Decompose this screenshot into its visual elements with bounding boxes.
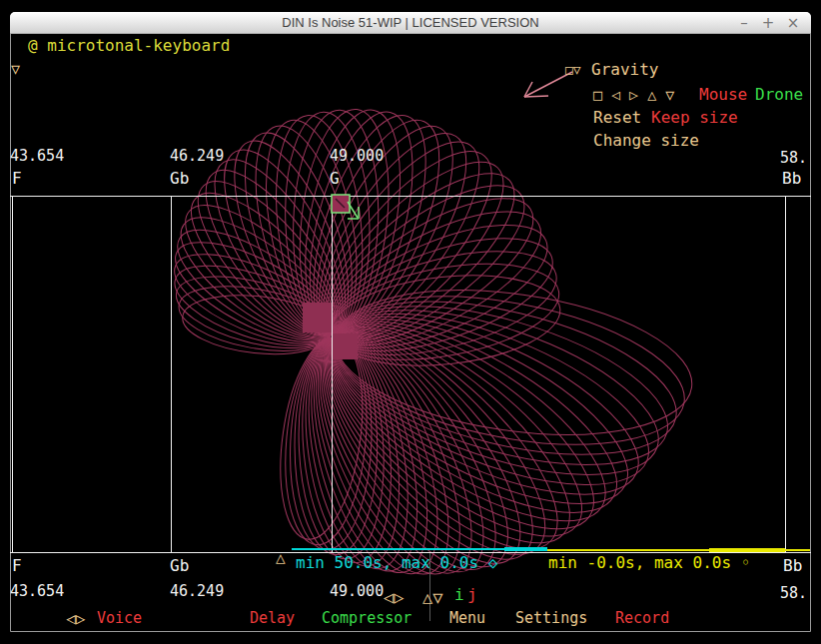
top-note-bb: Bb (782, 171, 801, 187)
top-note-f: F (12, 171, 22, 187)
gravity-label[interactable]: Gravity (591, 62, 658, 78)
key-j-glyph[interactable]: j (467, 587, 477, 603)
instrument-name: @ microtonal-keyboard (28, 38, 230, 54)
bottom-note-gb: Gb (170, 558, 189, 574)
menu-item-menu[interactable]: Menu (449, 611, 485, 626)
menu-prev-next-icons[interactable]: ◁▷ (66, 611, 85, 627)
attack-marker-icon[interactable]: △ (276, 550, 286, 566)
bottom-freq-g: 49.000 (330, 584, 384, 599)
bottom-freq-gb: 46.249 (170, 584, 224, 599)
gravity-mouse-button[interactable]: Mouse (699, 87, 747, 103)
menu-item-delay[interactable]: Delay (250, 611, 295, 626)
left-range-marker-icon[interactable]: ▽ (11, 62, 20, 77)
bottom-note-bb: Bb (783, 558, 802, 574)
top-note-g: G (330, 171, 340, 187)
bottom-freq-bb: 58. (780, 586, 807, 601)
release-minmax-text[interactable]: min -0.0s, max 0.0s ◦ (548, 555, 750, 571)
app-window: DIN Is Noise 51-WIP | LICENSED VERSION –… (0, 0, 821, 644)
gravity-reset-button[interactable]: Reset (593, 110, 641, 126)
octave-up-down-icons[interactable]: △▽ (422, 589, 442, 606)
menu-item-voice[interactable]: Voice (97, 611, 142, 626)
gravity-handle-icons[interactable]: □▽ (565, 63, 581, 76)
attack-minmax-text[interactable]: min 50.0s, max 0.0s ◇ (296, 555, 497, 571)
top-note-gb: Gb (170, 171, 189, 187)
top-freq-gb: 46.249 (170, 149, 224, 164)
octave-left-right-icons[interactable]: ◁▷ (384, 589, 404, 606)
menu-item-compressor[interactable]: Compressor (322, 611, 411, 626)
key-i-glyph[interactable]: i (454, 587, 464, 603)
top-freq-bb: 58. (780, 151, 807, 166)
bottom-note-f: F (12, 558, 22, 574)
gravity-keep-size-button[interactable]: Keep size (651, 110, 738, 126)
gravity-drone-button[interactable]: Drone (755, 87, 803, 103)
top-freq-g: 49.000 (330, 149, 384, 164)
gravity-direction-icons[interactable]: □ ◁ ▷ △ ▽ (593, 88, 674, 103)
microtonal-keyboard-canvas[interactable] (0, 0, 821, 644)
gravity-change-size-button[interactable]: Change size (593, 133, 699, 149)
menu-item-settings[interactable]: Settings (515, 611, 587, 626)
menu-item-record[interactable]: Record (615, 611, 669, 626)
bottom-freq-f: 43.654 (10, 584, 64, 599)
top-freq-f: 43.654 (10, 149, 64, 164)
